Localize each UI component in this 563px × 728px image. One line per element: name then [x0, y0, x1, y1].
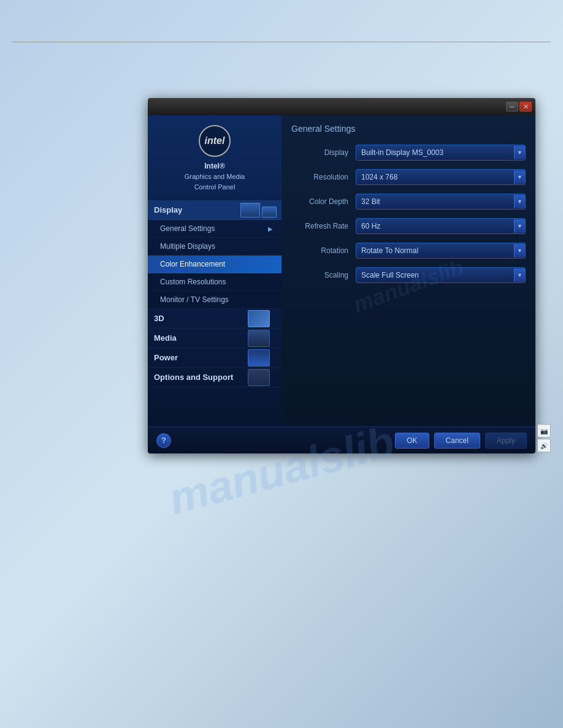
sidebar-item-display[interactable]: Display	[148, 200, 282, 220]
power-thumbnail	[236, 348, 282, 367]
display-thumbnail	[236, 200, 282, 219]
title-bar: ─ ✕	[148, 98, 535, 115]
3d-thumbnail	[236, 309, 282, 328]
display-dropdown-arrow: ▼	[514, 146, 525, 159]
intel-logo: intel	[199, 125, 231, 157]
nav-section: Display General Settings ▶	[148, 200, 282, 387]
setting-row-rotation: Rotation Rotate To Normal ▼	[291, 243, 526, 259]
scaling-dropdown-arrow: ▼	[514, 268, 525, 282]
setting-row-display: Display Built-in Display MS_0003 ▼	[291, 145, 526, 161]
intel-logo-area: intel Intel® Graphics and Media Control …	[148, 115, 282, 198]
taskbar-icon-1[interactable]: 📷	[537, 424, 551, 438]
main-window: ─ ✕ intel Intel® Graphics and Media Cont…	[148, 98, 535, 453]
sidebar-item-color-enhancement[interactable]: Color Enhancement	[148, 256, 282, 273]
sidebar-item-monitor-tv-settings[interactable]: Monitor / TV Settings	[148, 291, 282, 309]
rotation-label: Rotation	[291, 246, 356, 255]
scaling-dropdown[interactable]: Scale Full Screen ▼	[356, 267, 526, 283]
sidebar-item-media[interactable]: Media	[148, 328, 282, 348]
panel-watermark: manualslib	[350, 254, 467, 318]
display-dropdown[interactable]: Built-in Display MS_0003 ▼	[356, 145, 526, 161]
color-depth-dropdown-arrow: ▼	[514, 195, 525, 208]
color-depth-dropdown[interactable]: 32 Bit ▼	[356, 194, 526, 210]
display-sub-nav: General Settings ▶ Multiple Displays Col…	[148, 220, 282, 309]
help-button[interactable]: ?	[156, 433, 171, 448]
taskbar-icons: 📷 🔊	[537, 424, 551, 452]
color-depth-label: Color Depth	[291, 197, 356, 206]
resolution-label: Resolution	[291, 173, 356, 181]
display-label: Display	[291, 148, 356, 157]
setting-row-color-depth: Color Depth 32 Bit ▼	[291, 194, 526, 210]
sidebar-item-power[interactable]: Power	[148, 348, 282, 368]
sidebar-item-general-settings[interactable]: General Settings ▶	[148, 220, 282, 238]
sidebar-item-multiple-displays[interactable]: Multiple Displays	[148, 238, 282, 256]
bottom-bar: ? OK Cancel Apply	[148, 427, 535, 453]
rotation-dropdown[interactable]: Rotate To Normal ▼	[356, 243, 526, 259]
refresh-rate-dropdown-arrow: ▼	[514, 219, 525, 233]
scaling-label: Scaling	[291, 271, 356, 279]
setting-row-scaling: Scaling Scale Full Screen ▼	[291, 267, 526, 283]
sidebar-item-options-support[interactable]: Options and Support	[148, 368, 282, 387]
cancel-button[interactable]: Cancel	[434, 433, 480, 449]
resolution-dropdown[interactable]: 1024 x 768 ▼	[356, 169, 526, 185]
top-divider	[12, 42, 551, 42]
close-button[interactable]: ✕	[519, 102, 532, 112]
sidebar-item-3d[interactable]: 3D	[148, 309, 282, 328]
panel-title: General Settings	[291, 124, 526, 134]
resolution-dropdown-arrow: ▼	[514, 170, 525, 184]
app-title: Intel® Graphics and Media Control Panel	[154, 161, 275, 192]
apply-button[interactable]: Apply	[485, 433, 527, 449]
media-thumbnail	[236, 328, 282, 347]
taskbar-icon-2[interactable]: 🔊	[537, 439, 551, 452]
left-panel: intel Intel® Graphics and Media Control …	[148, 115, 282, 427]
general-settings-arrow: ▶	[268, 226, 273, 232]
window-body: intel Intel® Graphics and Media Control …	[148, 115, 535, 427]
minimize-button[interactable]: ─	[506, 102, 518, 112]
setting-row-resolution: Resolution 1024 x 768 ▼	[291, 169, 526, 185]
ok-button[interactable]: OK	[395, 433, 429, 449]
monitor-icon	[240, 203, 277, 218]
setting-row-refresh-rate: Refresh Rate 60 Hz ▼	[291, 218, 526, 234]
options-thumbnail	[236, 368, 282, 387]
sidebar-item-custom-resolutions[interactable]: Custom Resolutions	[148, 273, 282, 291]
refresh-rate-label: Refresh Rate	[291, 222, 356, 230]
right-panel: General Settings Display Built-in Displa…	[282, 115, 535, 427]
rotation-dropdown-arrow: ▼	[514, 244, 525, 257]
refresh-rate-dropdown[interactable]: 60 Hz ▼	[356, 218, 526, 234]
